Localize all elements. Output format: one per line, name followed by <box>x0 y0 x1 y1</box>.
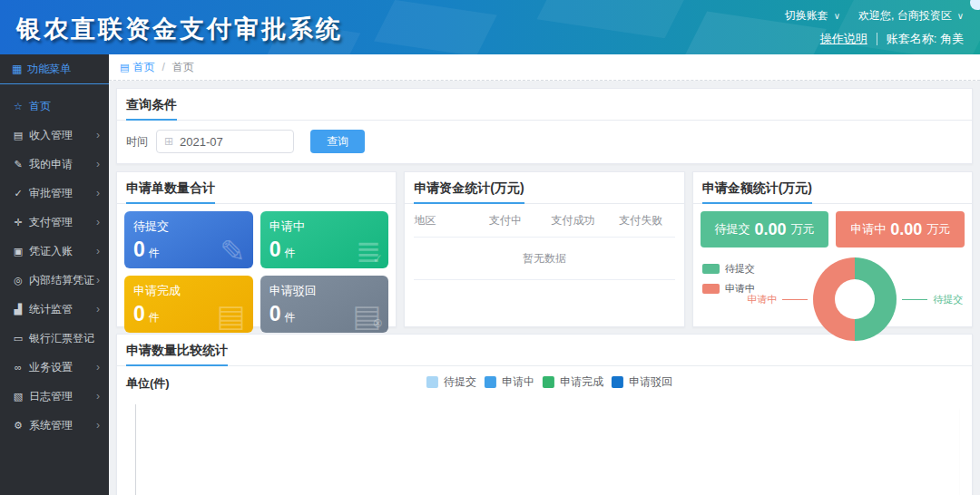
amount-stats-panel: 申请金额统计(万元) 待提交 0.00 万元 申请中 0.00 万元 <box>692 171 973 327</box>
account-name-text: 账套名称: 角美 <box>887 31 964 47</box>
document-reject-icon: ▤⊗ <box>352 300 381 331</box>
star-icon: ☆ <box>12 101 24 112</box>
empty-data-text: 暂无数据 <box>414 238 674 280</box>
count-summary-title: 申请单数量合计 <box>126 180 215 204</box>
pencil-icon: ✎ <box>12 159 24 170</box>
fund-stats-title: 申请资金统计(万元) <box>414 180 524 204</box>
welcome-text: 欢迎您, 台商投资区 <box>858 8 952 24</box>
sidebar-item-internal-settlement-voucher[interactable]: ◎ 内部结算凭证 <box>0 266 109 295</box>
column-header-pay-failed: 支付失败 <box>607 213 675 228</box>
list-check-icon: ≣✓ <box>356 236 382 267</box>
edit-document-icon: ✎ <box>220 236 246 267</box>
stat-card-completed[interactable]: 申请完成 0件 ▤ <box>124 276 253 333</box>
legend-swatch <box>426 376 438 388</box>
sidebar-item-home[interactable]: ☆ 首页 <box>0 92 109 121</box>
pending-amount-card[interactable]: 待提交 0.00 万元 <box>701 211 829 248</box>
legend-swatch <box>485 376 496 388</box>
donut-callout-applying: 申请中 <box>747 293 777 306</box>
legend-swatch <box>702 264 720 274</box>
comparison-title: 申请数量比较统计 <box>126 343 228 366</box>
sidebar-item-business-settings[interactable]: ∞ 业务设置 <box>0 353 109 382</box>
operation-manual-link[interactable]: 操作说明 <box>820 31 867 47</box>
sidebar-item-income-management[interactable]: ▤ 收入管理 <box>0 121 109 150</box>
callout-line <box>782 299 808 300</box>
link-icon: ∞ <box>12 362 24 373</box>
header-decoration <box>374 0 497 54</box>
divider <box>877 33 877 45</box>
sidebar-item-bank-draft-registration[interactable]: ▭ 银行汇票登记 <box>0 324 109 353</box>
calendar-icon: ⊞ <box>164 135 173 148</box>
column-header-paying: 支付中 <box>472 213 540 228</box>
page-icon: ▤ <box>120 62 129 73</box>
legend-swatch <box>543 376 554 388</box>
legend-swatch <box>612 376 623 388</box>
sidebar: ▦ 功能菜单 ☆ 首页 ▤ 收入管理 ✎ 我的申请 ✓ 审批管理 ✛ 支付管理 … <box>0 54 109 495</box>
count-summary-panel: 申请单数量合计 待提交 0件 ✎ 申请中 0件 ≣✓ 申请完成 <box>116 171 397 327</box>
sidebar-menu-header: ▦ 功能菜单 <box>0 54 109 84</box>
sidebar-item-statistics-supervision[interactable]: ▟ 统计监管 <box>0 295 109 324</box>
time-label: 时间 <box>126 134 148 150</box>
breadcrumb: ▤ 首页 / 首页 <box>109 54 980 81</box>
document-icon: ▤ <box>12 130 24 141</box>
sidebar-item-my-applications[interactable]: ✎ 我的申请 <box>0 150 109 179</box>
applying-amount-card[interactable]: 申请中 0.00 万元 <box>836 211 965 248</box>
query-panel-title: 查询条件 <box>126 97 177 121</box>
amount-stats-title: 申请金额统计(万元) <box>702 180 812 204</box>
chevron-down-icon[interactable]: ∨ <box>957 11 964 21</box>
sidebar-item-payment-management[interactable]: ✛ 支付管理 <box>0 208 109 237</box>
stat-card-pending-submit[interactable]: 待提交 0件 ✎ <box>124 211 253 268</box>
app-title: 银农直联资金支付审批系统 <box>16 13 343 45</box>
legend-swatch <box>702 284 720 294</box>
grid-menu-icon: ▦ <box>12 63 22 75</box>
stat-card-rejected[interactable]: 申请驳回 0件 ▤⊗ <box>260 276 389 333</box>
donut-ring[interactable] <box>813 257 897 341</box>
check-icon: ✓ <box>12 188 24 199</box>
query-panel: 查询条件 时间 ⊞ 2021-07 查询 <box>116 88 973 164</box>
time-date-input[interactable]: ⊞ 2021-07 <box>156 130 294 153</box>
y-axis-unit-label: 单位(件) <box>126 376 170 390</box>
sidebar-item-approval-management[interactable]: ✓ 审批管理 <box>0 179 109 208</box>
search-button[interactable]: 查询 <box>310 130 365 153</box>
fund-stats-table: 地区 支付中 支付成功 支付失败 暂无数据 <box>405 204 683 280</box>
breadcrumb-current: 首页 <box>172 60 194 75</box>
sidebar-item-log-management[interactable]: ▧ 日志管理 <box>0 382 109 411</box>
legend-item-completed[interactable]: 申请完成 <box>543 374 603 390</box>
legend-item-in-progress[interactable]: 申请中 <box>485 374 534 390</box>
breadcrumb-separator: / <box>162 61 164 73</box>
bar-chart-plot-area <box>135 404 959 495</box>
fund-stats-panel: 申请资金统计(万元) 地区 支付中 支付成功 支付失败 暂无数据 <box>404 171 684 327</box>
amount-donut-chart: 待提交 申请中 申请中 待提交 <box>701 255 965 344</box>
bar-chart-icon: ▟ <box>12 304 24 315</box>
breadcrumb-root[interactable]: 首页 <box>132 60 154 75</box>
donut-callout-pending: 待提交 <box>933 293 963 306</box>
edit-square-icon: ▧ <box>12 391 24 403</box>
briefcase-icon: ▣ <box>12 246 24 257</box>
document-icon: ▤ <box>217 300 246 331</box>
app-header: 银农直联资金支付审批系统 切换账套 ∨ 欢迎您, 台商投资区 ∨ 操作说明 账套… <box>0 0 980 54</box>
cross-move-icon: ✛ <box>12 217 24 228</box>
column-header-pay-success: 支付成功 <box>539 213 607 228</box>
comparison-panel: 申请数量比较统计 单位(件) 待提交 申请中 申请完成 <box>116 334 973 495</box>
comparison-legend: 待提交 申请中 申请完成 申请驳回 <box>426 374 672 390</box>
header-decoration <box>537 0 689 38</box>
card-icon: ▭ <box>12 333 24 345</box>
time-value: 2021-07 <box>180 135 223 149</box>
chevron-down-icon[interactable]: ∨ <box>834 11 840 21</box>
main-content: ▤ 首页 / 首页 查询条件 时间 ⊞ 2021-07 查询 申 <box>109 54 980 495</box>
sidebar-item-voucher-entry[interactable]: ▣ 凭证入账 <box>0 237 109 266</box>
stat-card-in-progress[interactable]: 申请中 0件 ≣✓ <box>260 211 389 268</box>
switch-account-button[interactable]: 切换账套 <box>785 8 828 24</box>
callout-line <box>902 299 927 300</box>
gear-icon: ⚙ <box>12 420 24 432</box>
legend-item-pending-submit[interactable]: 待提交 <box>426 374 476 390</box>
sidebar-item-system-management[interactable]: ⚙ 系统管理 <box>0 411 109 440</box>
gear-circle-icon: ◎ <box>12 275 24 286</box>
column-header-region: 地区 <box>414 213 471 228</box>
legend-item-rejected[interactable]: 申请驳回 <box>612 374 672 390</box>
